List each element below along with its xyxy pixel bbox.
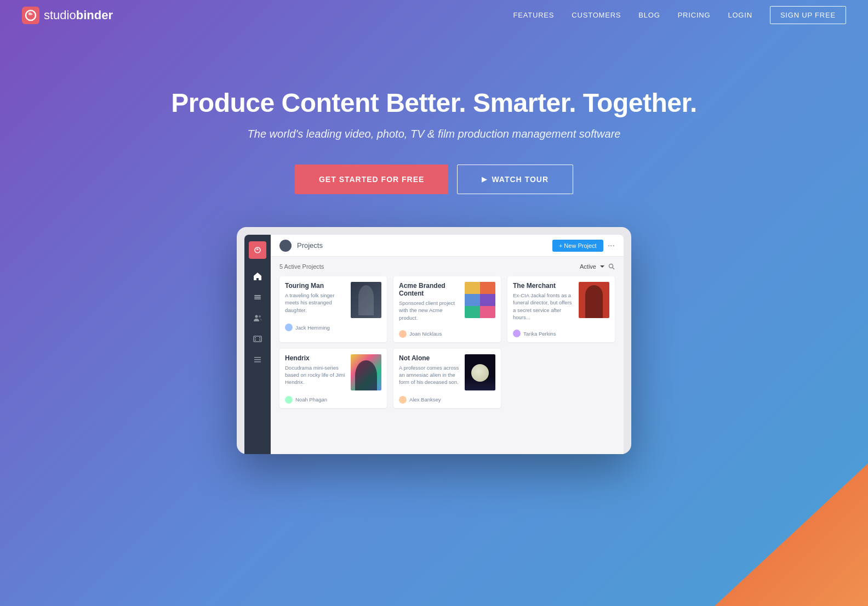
project-name: Touring Man [285,282,346,290]
project-thumbnail [351,282,381,318]
nav-blog[interactable]: BLOG [638,11,660,19]
active-projects-count: 5 Active Projects [279,263,324,270]
nav-login[interactable]: LOGIN [728,11,752,19]
svg-rect-0 [22,7,39,24]
svg-rect-12 [259,339,260,341]
chevron-down-icon [599,265,605,268]
user-name: Noah Phagan [295,397,327,403]
user-avatar [285,396,293,404]
project-card-acme[interactable]: Acme Branded Content Sponsored client pr… [393,276,501,342]
svg-rect-9 [255,337,256,338]
svg-rect-5 [254,298,261,299]
svg-rect-8 [254,336,261,342]
app-topbar: Projects + New Project ··· [271,235,624,257]
logo[interactable]: studiobinder [22,7,113,24]
app-content-header: 5 Active Projects Active [279,263,615,270]
project-card-not-alone[interactable]: Not Alone A professor comes across an am… [393,349,501,408]
topbar-avatar [279,240,292,252]
svg-point-6 [255,315,258,318]
svg-rect-13 [254,357,261,358]
watch-tour-button[interactable]: ▶ WATCH TOUR [457,165,573,194]
svg-rect-15 [254,361,261,363]
hero-section: Produce Content Better. Smarter. Togethe… [0,0,868,606]
project-desc: Docudrama mini-series based on rocky lif… [285,364,346,386]
project-footer: Tarika Perkins [507,327,615,342]
nav-pricing[interactable]: PRICING [678,11,711,19]
project-name: Acme Branded Content [399,282,460,297]
svg-rect-4 [254,297,261,298]
navbar: studiobinder FEATURES CUSTOMERS BLOG PRI… [0,0,868,30]
user-name: Jack Hemming [295,325,330,331]
projects-grid: Touring Man A traveling folk singer meet… [279,276,615,408]
user-name: Alex Banksey [409,397,441,403]
svg-rect-11 [255,339,256,341]
hero-title: Produce Content Better. Smarter. Togethe… [171,88,697,118]
project-footer: Joan Nicklaus [393,328,501,342]
project-thumbnail [579,282,609,318]
project-desc: A traveling folk singer meets his estran… [285,292,346,314]
user-avatar [399,396,407,404]
project-thumbnail [465,354,495,390]
svg-rect-3 [254,295,261,296]
svg-rect-10 [259,337,260,338]
new-project-button[interactable]: + New Project [552,240,603,252]
warhol-cell [465,306,480,318]
sidebar-layers-icon[interactable] [252,292,263,303]
project-name: Hendrix [285,354,346,362]
signup-button[interactable]: SIGN UP FREE [770,6,846,24]
user-avatar [399,330,407,338]
nav-customers[interactable]: CUSTOMERS [572,11,621,19]
sidebar-film-icon[interactable] [252,333,263,344]
navbar-links: FEATURES CUSTOMERS BLOG PRICING LOGIN SI… [513,6,847,24]
hero-subtitle: The world's leading video, photo, TV & f… [171,128,697,140]
project-name: Not Alone [399,354,460,362]
user-name: Tarika Perkins [523,331,556,337]
project-thumbnail [351,354,381,390]
get-started-button[interactable]: GET STARTED FOR FREE [295,165,448,194]
svg-line-17 [613,268,614,269]
sidebar-home-icon[interactable] [252,271,263,282]
svg-point-16 [609,264,613,268]
app-screenshot: Projects + New Project ··· 5 Active Proj… [237,227,631,454]
topbar-more-icon[interactable]: ··· [608,241,615,251]
topbar-title: Projects [297,241,323,250]
sidebar-logo [249,241,266,259]
app-topbar-left: Projects [279,240,323,252]
hendrix-figure [355,360,377,390]
warhol-cell [465,282,480,294]
project-name: The Merchant [513,282,574,290]
svg-point-2 [255,247,260,253]
filter-dropdown[interactable]: Active [580,263,615,270]
app-sidebar [244,235,271,454]
user-avatar [285,324,293,331]
app-content: 5 Active Projects Active [271,257,624,454]
project-desc: Sponsored client project with the new Ac… [399,299,460,321]
user-name: Joan Nicklaus [409,331,442,337]
project-desc: A professor comes across an amnesiac ali… [399,364,460,386]
moon-graphic [471,364,489,382]
project-thumbnail [465,282,495,318]
app-topbar-right: + New Project ··· [552,240,615,252]
hero-buttons: GET STARTED FOR FREE ▶ WATCH TOUR [171,165,697,194]
project-desc: Ex-CIA Jackal fronts as a funeral direct… [513,292,574,321]
sidebar-list-icon[interactable] [252,354,263,365]
warhol-cell [480,294,495,306]
project-footer: Jack Hemming [279,321,387,336]
logo-text: studiobinder [44,8,113,22]
project-card-touring-man[interactable]: Touring Man A traveling folk singer meet… [279,276,387,342]
warhol-cell [480,282,495,294]
search-icon[interactable] [608,263,615,270]
app-main: Projects + New Project ··· 5 Active Proj… [271,235,624,454]
svg-point-7 [259,315,261,318]
sidebar-users-icon[interactable] [252,313,263,324]
project-footer: Noah Phagan [279,394,387,408]
project-card-hendrix[interactable]: Hendrix Docudrama mini-series based on r… [279,349,387,408]
hero-content: Produce Content Better. Smarter. Togethe… [171,88,697,194]
user-avatar [513,330,521,337]
project-card-merchant[interactable]: The Merchant Ex-CIA Jackal fronts as a f… [507,276,615,342]
svg-rect-14 [254,359,261,360]
play-icon: ▶ [482,175,487,183]
project-footer: Alex Banksey [393,394,501,408]
nav-features[interactable]: FEATURES [513,11,555,19]
logo-icon [22,7,39,24]
